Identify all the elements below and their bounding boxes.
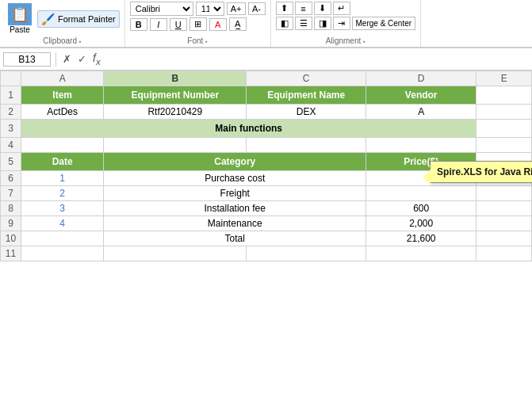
table-row: 5 Date Category Price($) Spire.XLS for J… [1, 153, 532, 171]
cell-b6[interactable]: Purchase cost [104, 171, 366, 186]
font-label: Font ▪ [187, 36, 208, 45]
fill-color-button[interactable]: A [209, 18, 227, 31]
font-size-select[interactable]: 11 [196, 2, 224, 16]
insert-function-icon[interactable]: fx [91, 51, 102, 67]
paste-label: Paste [10, 25, 30, 34]
align-center-button[interactable]: ☰ [295, 17, 312, 30]
cell-a3-merged[interactable]: Main functions [21, 120, 476, 138]
cell-b9[interactable]: Maintenance [104, 216, 366, 231]
cell-e5[interactable] [477, 153, 532, 171]
cell-c1[interactable]: Equipment Name [247, 86, 366, 105]
cell-e3[interactable] [477, 120, 532, 138]
row-header-10: 10 [1, 231, 21, 246]
align-top-button[interactable]: ⬆ [276, 2, 293, 15]
col-header-a[interactable]: A [21, 71, 103, 86]
table-row: 7 2 Freight [1, 186, 532, 201]
cell-a8[interactable]: 3 [21, 201, 103, 216]
table-row: 8 3 Installation fee 600 [1, 201, 532, 216]
cell-b4[interactable] [104, 138, 247, 153]
cell-e11[interactable] [477, 246, 532, 261]
alignment-launcher[interactable]: ▪ [363, 38, 366, 45]
row-header-6: 6 [1, 171, 21, 186]
cell-c4[interactable] [247, 138, 366, 153]
cell-b8[interactable]: Installation fee [104, 201, 366, 216]
cell-a4[interactable] [21, 138, 103, 153]
cell-d9[interactable]: 2,000 [366, 216, 477, 231]
alignment-group-top: ⬆ ≡ ⬇ ↵ ◧ ☰ ◨ ⇥ Merge & Center [276, 2, 416, 36]
format-painter-icon: 🖌️ [41, 13, 55, 25]
indent-button[interactable]: ⇥ [333, 17, 350, 30]
clipboard-launcher[interactable]: ▪ [79, 38, 82, 45]
confirm-formula-icon[interactable]: ✓ [76, 53, 88, 65]
cell-b5[interactable]: Category [104, 153, 366, 171]
cell-d2[interactable]: A [366, 105, 477, 120]
col-header-d[interactable]: D [366, 71, 477, 86]
align-left-button[interactable]: ◧ [276, 17, 293, 30]
font-name-select[interactable]: Calibri [130, 2, 193, 16]
wrap-text-button[interactable]: ↵ [333, 2, 350, 15]
align-middle-button[interactable]: ≡ [295, 2, 312, 15]
corner-header [1, 71, 21, 86]
cell-d10[interactable]: 21,600 [366, 231, 477, 246]
row-header-2: 2 [1, 105, 21, 120]
formula-icons: ✗ ✓ fx [61, 51, 102, 67]
paste-button[interactable]: 📋 Paste [5, 2, 35, 36]
cell-e9[interactable] [477, 216, 532, 231]
cell-c11[interactable] [247, 246, 366, 261]
table-row: 11 [1, 246, 532, 261]
increase-font-button[interactable]: A+ [227, 2, 246, 15]
cell-d5[interactable]: Price($) Spire.XLS for Java Rich Text Co… [366, 153, 477, 171]
align-right-button[interactable]: ◨ [314, 17, 331, 30]
col-header-c[interactable]: C [247, 71, 366, 86]
cell-e1[interactable] [477, 86, 532, 105]
cell-d1[interactable]: Vendor [366, 86, 477, 105]
cell-e8[interactable] [477, 201, 532, 216]
cell-a7[interactable]: 2 [21, 186, 103, 201]
cell-d6[interactable] [366, 171, 477, 186]
cancel-formula-icon[interactable]: ✗ [61, 53, 73, 65]
cell-b2[interactable]: Rtf20210429 [104, 105, 247, 120]
cell-a1[interactable]: Item [21, 86, 103, 105]
cell-d7[interactable] [366, 186, 477, 201]
decrease-font-button[interactable]: A- [248, 2, 266, 15]
bold-button[interactable]: B [130, 18, 147, 31]
cell-a2[interactable]: ActDes [21, 105, 103, 120]
cell-d8[interactable]: 600 [366, 201, 477, 216]
cell-e7[interactable] [477, 186, 532, 201]
borders-button[interactable]: ⊞ [189, 17, 207, 31]
column-header-row: A B C D E [1, 71, 532, 86]
underline-button[interactable]: U [170, 18, 187, 31]
table-row: 10 Total 21,600 [1, 231, 532, 246]
formula-input[interactable] [105, 53, 529, 66]
cell-a6[interactable]: 1 [21, 171, 103, 186]
ribbon-groups: 📋 Paste 🖌️ Format Painter Clipboard ▪ [0, 0, 532, 47]
font-color-button[interactable]: A̲ [229, 17, 247, 31]
cell-d11[interactable] [366, 246, 477, 261]
format-painter-button[interactable]: 🖌️ Format Painter [37, 10, 120, 28]
cell-reference-box[interactable] [3, 52, 51, 67]
formula-divider [55, 52, 56, 67]
cell-c2[interactable]: DEX [247, 105, 366, 120]
format-painter-label: Format Painter [58, 14, 116, 24]
cell-b10[interactable]: Total [104, 231, 366, 246]
table-row: 4 [1, 138, 532, 153]
italic-button[interactable]: I [150, 18, 167, 31]
cell-a11[interactable] [21, 246, 103, 261]
col-header-e[interactable]: E [477, 71, 532, 86]
cell-b7[interactable]: Freight [104, 186, 366, 201]
cell-e2[interactable] [477, 105, 532, 120]
cell-b11[interactable] [104, 246, 247, 261]
merge-center-button[interactable]: Merge & Center [352, 17, 416, 30]
alignment-group: ⬆ ≡ ⬇ ↵ ◧ ☰ ◨ ⇥ Merge & Center Alignment… [271, 0, 422, 47]
cell-e4[interactable] [477, 138, 532, 153]
cell-d4[interactable] [366, 138, 477, 153]
cell-a5[interactable]: Date [21, 153, 103, 171]
font-launcher[interactable]: ▪ [205, 38, 208, 45]
align-bottom-button[interactable]: ⬇ [314, 2, 331, 15]
cell-e6[interactable] [477, 171, 532, 186]
cell-b1[interactable]: Equipment Number [104, 86, 247, 105]
cell-e10[interactable] [477, 231, 532, 246]
col-header-b[interactable]: B [104, 71, 247, 86]
cell-a9[interactable]: 4 [21, 216, 103, 231]
cell-a10[interactable] [21, 231, 103, 246]
